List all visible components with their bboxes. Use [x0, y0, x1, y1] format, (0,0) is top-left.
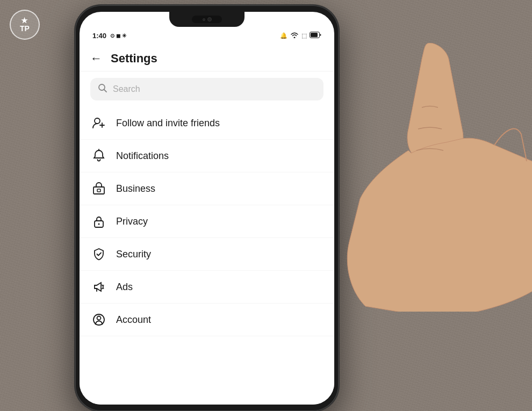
wifi-icon — [290, 32, 299, 39]
svg-rect-8 — [94, 187, 104, 194]
business-icon — [91, 181, 106, 196]
back-button[interactable]: ← — [90, 52, 102, 66]
status-bar: 1:40 ⊙ ◼ ✳ 🔔 ⬚ — [80, 28, 334, 43]
settings-header: ← Settings — [80, 44, 334, 71]
follow-label: Follow and invite friends — [116, 118, 220, 129]
menu-item-account[interactable]: Account — [80, 304, 334, 336]
svg-point-13 — [103, 288, 104, 289]
menu-item-privacy[interactable]: Privacy — [80, 205, 334, 238]
status-time: 1:40 ⊙ ◼ ✳ — [92, 32, 126, 40]
svg-point-12 — [103, 285, 104, 286]
menu-list: Follow and invite friends Notifications — [80, 107, 334, 336]
settings-content: ← Settings Search — [80, 44, 334, 405]
menu-item-security[interactable]: Security — [80, 238, 334, 271]
phone-screen: 1:40 ⊙ ◼ ✳ 🔔 ⬚ — [80, 12, 334, 405]
privacy-label: Privacy — [116, 216, 148, 227]
battery-icon — [310, 32, 321, 39]
svg-rect-9 — [97, 189, 100, 192]
search-placeholder: Search — [113, 84, 140, 94]
svg-line-3 — [104, 90, 107, 92]
ads-icon — [91, 279, 106, 294]
svg-point-15 — [97, 316, 101, 320]
menu-item-follow[interactable]: Follow and invite friends — [80, 107, 334, 140]
search-bar[interactable]: Search — [90, 78, 323, 100]
search-icon — [98, 83, 107, 95]
screen-record-icon: ⬚ — [301, 32, 307, 39]
camera-dot-main — [207, 17, 212, 21]
search-container: Search — [80, 71, 334, 107]
menu-item-ads[interactable]: Ads — [80, 271, 334, 304]
menu-item-business[interactable]: Business — [80, 172, 334, 205]
menu-item-notifications[interactable]: Notifications — [80, 140, 334, 172]
svg-point-11 — [98, 223, 100, 225]
settings-title: Settings — [111, 52, 157, 66]
status-icons: 🔔 ⬚ — [280, 32, 321, 39]
notifications-label: Notifications — [116, 150, 169, 162]
vibrate-icon: 🔔 — [280, 32, 287, 39]
lock-icon — [91, 214, 106, 229]
phone-notch — [169, 12, 245, 27]
svg-rect-1 — [311, 33, 318, 37]
account-icon — [91, 312, 106, 327]
follow-icon — [91, 116, 106, 131]
camera-pill — [192, 16, 222, 23]
ads-label: Ads — [116, 282, 133, 293]
tp-logo: ★ TP — [10, 10, 40, 40]
camera-dot-small — [203, 18, 205, 21]
phone-body: 1:40 ⊙ ◼ ✳ 🔔 ⬚ — [75, 5, 339, 411]
account-label: Account — [116, 314, 151, 326]
business-label: Business — [116, 183, 155, 194]
bell-icon — [91, 148, 106, 163]
shield-icon — [91, 247, 106, 262]
security-label: Security — [116, 249, 151, 260]
svg-point-4 — [95, 118, 100, 124]
